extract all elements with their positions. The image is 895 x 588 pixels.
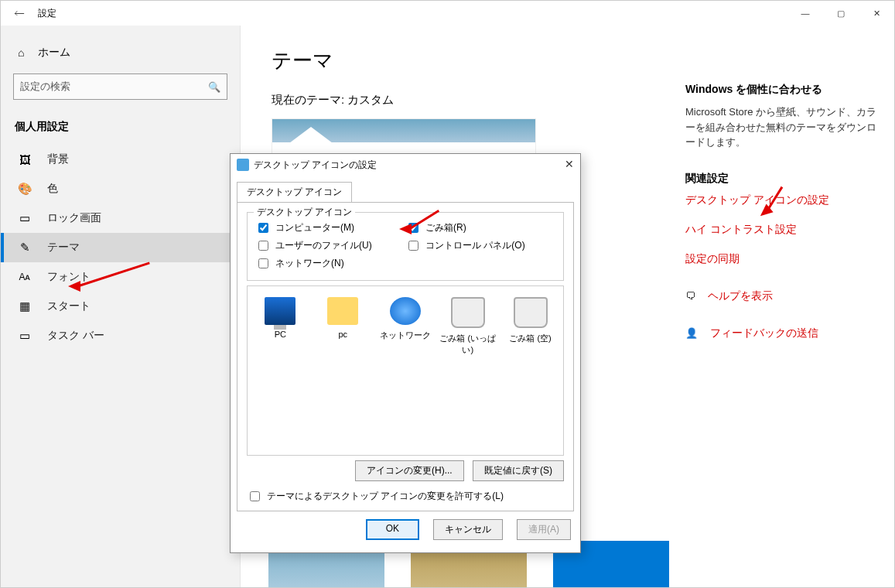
- palette-icon: 🎨: [18, 182, 32, 196]
- checkbox-recyclebin-input[interactable]: [408, 223, 418, 233]
- search-input[interactable]: 設定の検索 🔍: [13, 74, 227, 100]
- link-high-contrast[interactable]: ハイ コントラスト設定: [685, 223, 879, 237]
- link-sync-settings[interactable]: 設定の同期: [685, 252, 879, 266]
- personalize-text: Microsoft Store から壁紙、サウンド、カラーを組み合わせた無料のテ…: [685, 104, 879, 150]
- sidebar-item-fonts[interactable]: Aᴀ フォント: [1, 262, 240, 292]
- checkbox-userfiles-input[interactable]: [258, 241, 268, 251]
- link-desktop-icon-settings[interactable]: デスクトップ アイコンの設定: [685, 193, 879, 207]
- sidebar-item-colors[interactable]: 🎨 色: [1, 174, 240, 203]
- sidebar-item-label: タスク バー: [47, 329, 104, 343]
- page-title: テーマ: [272, 47, 894, 74]
- start-icon: ▦: [18, 299, 32, 313]
- close-button[interactable]: ✕: [859, 1, 894, 26]
- sidebar-item-label: テーマ: [47, 241, 80, 255]
- sidebar-item-label: 色: [47, 182, 58, 196]
- personalize-heading: Windows を個性に合わせる: [685, 83, 879, 97]
- icon-userfolder[interactable]: pc: [315, 297, 371, 339]
- dialog-title: デスクトップ アイコンの設定: [254, 159, 377, 172]
- sidebar-item-label: ロック画面: [47, 211, 101, 225]
- window-title: 設定: [38, 7, 56, 20]
- fieldset-legend: デスクトップ アイコン: [254, 206, 355, 219]
- icon-recyclebin-full[interactable]: ごみ箱 (いっぱい): [439, 297, 496, 356]
- checkbox-controlpanel-input[interactable]: [408, 241, 418, 251]
- dialog-icon: [237, 159, 249, 171]
- minimize-button[interactable]: —: [787, 1, 823, 26]
- feedback-link[interactable]: 👤 フィードバックの送信: [685, 326, 879, 340]
- checkbox-computer[interactable]: コンピューター(M): [255, 220, 405, 235]
- sidebar-item-background[interactable]: 🖼 背景: [1, 145, 240, 174]
- checkbox-controlpanel[interactable]: コントロール パネル(O): [405, 238, 555, 253]
- themes-icon: ✎: [18, 241, 32, 255]
- fonts-icon: Aᴀ: [18, 270, 32, 284]
- icon-network[interactable]: ネットワーク: [377, 297, 434, 341]
- apply-button[interactable]: 適用(A): [517, 519, 571, 540]
- sidebar-home[interactable]: ⌂ ホーム: [1, 39, 240, 66]
- sidebar-item-start[interactable]: ▦ スタート: [1, 292, 240, 321]
- sidebar-item-label: フォント: [47, 270, 91, 284]
- sidebar-item-taskbar[interactable]: ▭ タスク バー: [1, 321, 240, 350]
- sidebar-home-label: ホーム: [38, 46, 70, 60]
- search-placeholder: 設定の検索: [20, 80, 208, 94]
- related-heading: 関連設定: [685, 172, 879, 186]
- sidebar-item-label: スタート: [47, 299, 91, 313]
- icon-recyclebin-empty[interactable]: ごみ箱 (空): [502, 297, 559, 344]
- right-column: Windows を個性に合わせる Microsoft Store から壁紙、サウ…: [685, 83, 879, 354]
- help-icon: 🗨: [685, 290, 695, 302]
- sidebar-item-themes[interactable]: ✎ テーマ: [1, 233, 240, 262]
- feedback-label: フィードバックの送信: [710, 326, 818, 340]
- restore-defaults-button[interactable]: 既定値に戻す(S): [473, 460, 564, 481]
- dialog-close-button[interactable]: ✕: [565, 158, 574, 170]
- allow-themes-checkbox[interactable]: テーマによるデスクトップ アイコンの変更を許可する(L): [247, 489, 564, 504]
- checkbox-recyclebin[interactable]: ごみ箱(R): [405, 220, 555, 235]
- checkbox-computer-input[interactable]: [258, 223, 268, 233]
- help-label: ヘルプを表示: [708, 289, 773, 303]
- help-link[interactable]: 🗨 ヘルプを表示: [685, 289, 879, 303]
- sidebar: ⌂ ホーム 設定の検索 🔍 個人用設定 🖼 背景 🎨 色 ▭ ロック画面 ✎: [1, 26, 241, 587]
- checkbox-network-input[interactable]: [258, 258, 268, 268]
- settings-window: 🡐 設定 — ▢ ✕ ⌂ ホーム 設定の検索 🔍 個人用設定 🖼 背景: [0, 0, 895, 588]
- icon-pc[interactable]: PC: [252, 297, 309, 339]
- back-button[interactable]: 🡐: [1, 7, 38, 19]
- sidebar-item-label: 背景: [47, 152, 69, 166]
- titlebar: 🡐 設定 — ▢ ✕: [1, 1, 894, 26]
- maximize-button[interactable]: ▢: [823, 1, 859, 26]
- dialog-titlebar: デスクトップ アイコンの設定 ✕: [231, 154, 580, 176]
- icon-preview-box: PC pc ネットワーク ごみ箱 (いっぱい) ごみ箱 (空): [247, 285, 564, 456]
- feedback-icon: 👤: [685, 327, 698, 339]
- checkbox-network[interactable]: ネットワーク(N): [255, 256, 405, 271]
- picture-icon: 🖼: [18, 152, 32, 166]
- lockscreen-icon: ▭: [18, 211, 32, 225]
- allow-themes-input[interactable]: [250, 491, 260, 501]
- search-icon: 🔍: [208, 81, 220, 93]
- checkbox-userfiles[interactable]: ユーザーのファイル(U): [255, 238, 405, 253]
- desktop-icon-settings-dialog: デスクトップ アイコンの設定 ✕ デスクトップ アイコン デスクトップ アイコン…: [230, 153, 581, 553]
- ok-button[interactable]: OK: [366, 519, 419, 540]
- desktop-icons-fieldset: デスクトップ アイコン コンピューター(M) ごみ箱(R) ユーザーのファイル(…: [247, 212, 564, 281]
- tab-desktop-icons[interactable]: デスクトップ アイコン: [237, 182, 352, 202]
- taskbar-icon: ▭: [18, 329, 32, 343]
- sidebar-item-lockscreen[interactable]: ▭ ロック画面: [1, 203, 240, 233]
- home-icon: ⌂: [18, 46, 24, 59]
- sidebar-category: 個人用設定: [1, 115, 240, 145]
- cancel-button[interactable]: キャンセル: [433, 519, 503, 540]
- change-icon-button[interactable]: アイコンの変更(H)...: [355, 460, 464, 481]
